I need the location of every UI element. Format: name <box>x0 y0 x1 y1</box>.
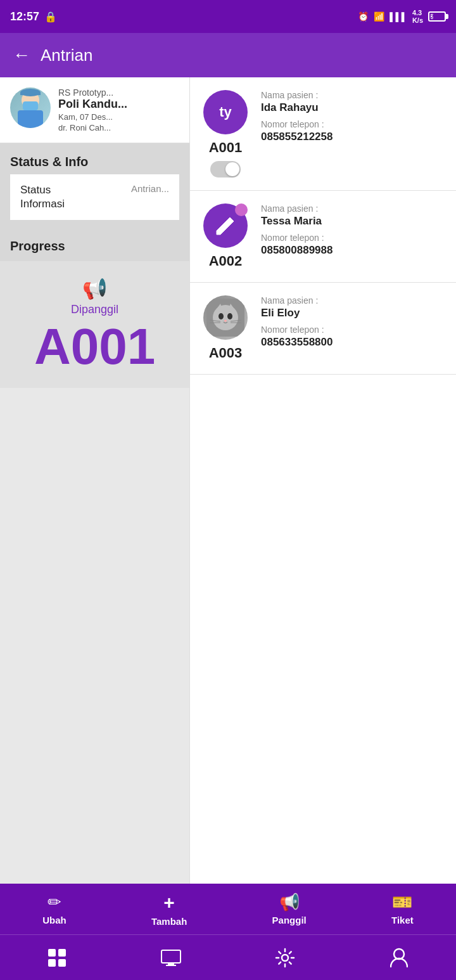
nav-ubah[interactable]: ✏ Ubah <box>42 893 66 925</box>
plus-nav-icon: + <box>163 892 175 913</box>
doctor-name: dr. Roni Cah... <box>58 123 179 132</box>
back-button[interactable]: ← <box>13 45 30 65</box>
queue-item-a003: A003 Nama pasien : Eli Eloy Nomor telepo… <box>190 283 456 375</box>
svg-rect-23 <box>166 965 176 966</box>
settings-icon <box>275 948 295 968</box>
svg-rect-17 <box>48 949 56 957</box>
nav-tambah[interactable]: + Tambah <box>151 892 187 927</box>
dipanggil-label: Dipanggil <box>10 303 179 316</box>
lock-icon: 🔒 <box>44 11 57 23</box>
svg-rect-1 <box>18 110 43 128</box>
right-panel: ty A001 Nama pasien : Ida Rahayu Nomor t… <box>189 77 456 884</box>
ubah-label: Ubah <box>42 915 66 925</box>
queue-avatar-a003 <box>203 295 248 340</box>
megaphone-nav-icon: 📢 <box>279 893 300 912</box>
queue-info-a001: Nama pasien : Ida Rahayu Nomor telepon :… <box>261 90 446 143</box>
svg-rect-4 <box>20 93 41 95</box>
monitor-icon <box>161 950 181 966</box>
name-label-a001: Nama pasien : <box>261 90 446 100</box>
poli-name: Poli Kandu... <box>58 98 179 111</box>
svg-rect-21 <box>162 950 180 963</box>
phone-label-a001: Nomor telepon : <box>261 119 446 129</box>
schedule-date: Kam, 07 Des... <box>58 112 179 122</box>
queue-item-a002: A002 Nama pasien : Tessa Maria Nomor tel… <box>190 191 456 283</box>
battery-percent: 27 <box>431 13 437 20</box>
nav-display[interactable] <box>152 939 190 977</box>
doctor-avatar <box>10 87 51 128</box>
svg-point-5 <box>238 206 245 214</box>
panggil-label: Panggil <box>272 915 307 925</box>
nav-settings[interactable] <box>266 939 304 977</box>
svg-rect-2 <box>23 101 38 110</box>
queue-number-a001: A001 <box>209 139 243 156</box>
status-value: Antrian... <box>131 183 169 211</box>
ticket-nav-icon: 🎫 <box>392 893 412 912</box>
toggle-knob-a001 <box>225 162 239 176</box>
nav-tiket[interactable]: 🎫 Tiket <box>391 893 414 925</box>
status-info-row: StatusInformasi Antrian... <box>10 174 179 220</box>
nav-dashboard[interactable] <box>38 939 76 977</box>
dipanggil-card: 📢 Dipanggil A001 <box>0 261 189 388</box>
hospital-name: RS Prototyp... <box>58 87 179 98</box>
signal-icon: ▌▌▌ <box>390 12 407 22</box>
patient-phone-a002: 085800889988 <box>261 244 446 257</box>
profile-icon <box>390 948 408 968</box>
queue-left-a001: ty A001 <box>200 90 251 177</box>
avatar-wrapper-a002 <box>203 203 248 248</box>
svg-point-12 <box>224 320 227 322</box>
name-label-a002: Nama pasien : <box>261 203 446 214</box>
bottom-nav-primary: ✏ Ubah + Tambah 📢 Panggil 🎫 Tiket <box>0 884 456 934</box>
queue-avatar-a001: ty <box>203 90 248 134</box>
status-bar-left: 12:57 🔒 <box>10 10 57 23</box>
data-speed: 4.3K/s <box>412 9 423 24</box>
wifi-icon: 📶 <box>374 11 384 22</box>
svg-rect-20 <box>58 959 66 967</box>
cat-photo <box>206 299 244 337</box>
alarm-icon: ⏰ <box>358 11 369 22</box>
progress-section: Progress <box>0 228 189 261</box>
svg-point-11 <box>227 313 232 319</box>
nav-panggil[interactable]: 📢 Panggil <box>272 893 307 925</box>
patient-name-a002: Tessa Maria <box>261 215 446 228</box>
app-bar: ← Antrian <box>0 33 456 77</box>
patient-phone-a003: 085633558800 <box>261 336 446 349</box>
dipanggil-number: A001 <box>10 321 179 372</box>
toggle-switch-a001[interactable] <box>210 161 241 177</box>
status-bar-right: ⏰ 📶 ▌▌▌ 4.3K/s 27 <box>358 9 446 24</box>
pencil-nav-icon: ✏ <box>48 893 61 912</box>
queue-info-a003: Nama pasien : Eli Eloy Nomor telepon : 0… <box>261 295 446 349</box>
bottom-nav-secondary <box>0 934 456 980</box>
doctor-card: RS Prototyp... Poli Kandu... Kam, 07 Des… <box>0 77 189 143</box>
queue-number-a002: A002 <box>209 253 243 269</box>
svg-point-7 <box>213 305 238 330</box>
name-label-a003: Nama pasien : <box>261 295 446 306</box>
pencil-icon <box>214 214 237 237</box>
queue-number-a003: A003 <box>209 345 243 361</box>
phone-label-a002: Nomor telepon : <box>261 233 446 243</box>
queue-info-a002: Nama pasien : Tessa Maria Nomor telepon … <box>261 203 446 257</box>
edit-dot-icon <box>238 206 245 214</box>
doctor-info: RS Prototyp... Poli Kandu... Kam, 07 Des… <box>58 87 179 132</box>
progress-title: Progress <box>10 239 179 254</box>
main-content: RS Prototyp... Poli Kandu... Kam, 07 Des… <box>0 77 456 884</box>
svg-rect-19 <box>48 959 56 967</box>
status-time: 12:57 <box>10 10 39 23</box>
svg-point-24 <box>282 955 288 961</box>
status-label: StatusInformasi <box>20 183 65 211</box>
dashboard-icon <box>47 948 67 968</box>
edit-dot-a002 <box>235 203 248 216</box>
svg-point-10 <box>218 313 224 319</box>
status-bar: 12:57 🔒 ⏰ 📶 ▌▌▌ 4.3K/s 27 <box>0 0 456 33</box>
queue-left-a002: A002 <box>200 203 251 269</box>
dipanggil-icon: 📢 <box>10 276 179 300</box>
phone-label-a003: Nomor telepon : <box>261 325 446 335</box>
patient-name-a003: Eli Eloy <box>261 307 446 319</box>
left-panel: RS Prototyp... Poli Kandu... Kam, 07 Des… <box>0 77 189 884</box>
patient-phone-a001: 085855212258 <box>261 131 446 143</box>
app-title: Antrian <box>41 46 92 65</box>
nav-profile[interactable] <box>380 939 418 977</box>
queue-item: ty A001 Nama pasien : Ida Rahayu Nomor t… <box>190 77 456 191</box>
tiket-label: Tiket <box>391 915 414 925</box>
svg-rect-18 <box>58 949 66 957</box>
patient-name-a001: Ida Rahayu <box>261 101 446 114</box>
